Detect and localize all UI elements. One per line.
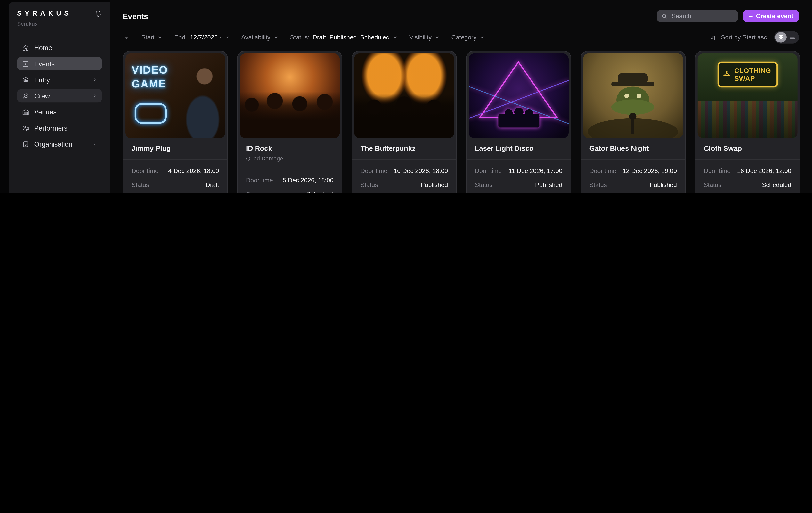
event-card[interactable]: Gator Blues NightDoor time12 Dec 2026, 1…: [580, 51, 686, 194]
sidebar-item-label: Organisation: [34, 140, 87, 148]
detail-row: Door time10 Dec 2026, 18:00: [360, 167, 448, 175]
detail-value: Published: [420, 181, 448, 189]
detail-label: Status: [475, 181, 492, 189]
filter-status[interactable]: Status: Draft, Published, Scheduled: [290, 34, 398, 41]
venues-icon: [22, 108, 29, 116]
event-subtitle: Quad Damage: [246, 155, 334, 162]
app-logo: SYRAKUS: [17, 9, 72, 17]
sidebar-item-events[interactable]: Events: [17, 57, 102, 70]
comedian-silhouette: [170, 65, 225, 138]
sidebar-item-label: Performers: [34, 124, 97, 132]
detail-label: Status: [360, 181, 378, 189]
app-root: SYRAKUS Syrakus HomeEventsEntryCrewVenue…: [0, 0, 812, 194]
entry-icon: [22, 76, 29, 84]
event-image: [469, 53, 569, 138]
home-icon: [22, 44, 29, 52]
chevron-down-icon: [480, 35, 485, 40]
event-title: Gator Blues Night: [589, 144, 677, 152]
filter-lines-icon[interactable]: [123, 34, 130, 41]
detail-row: StatusPublished: [246, 191, 334, 194]
search-icon: [661, 13, 667, 19]
event-title: Jimmy Plug: [132, 144, 219, 152]
filter-status-label: Status:: [290, 34, 309, 41]
plus-icon: +: [749, 12, 753, 20]
sidebar-item-performers[interactable]: Performers: [17, 121, 102, 135]
detail-row: Door time4 Dec 2026, 18:00: [132, 167, 219, 175]
event-card[interactable]: The ButterpunkzDoor time10 Dec 2026, 18:…: [352, 51, 457, 194]
event-title: Cloth Swap: [704, 144, 791, 152]
filter-visibility-label: Visibility: [409, 34, 432, 41]
detail-value: Draft: [206, 181, 219, 189]
chevron-down-icon: [157, 35, 163, 40]
sidebar-item-home[interactable]: Home: [17, 41, 102, 54]
sidebar-item-venues[interactable]: Venues: [17, 105, 102, 119]
chevron-down-icon: [393, 35, 398, 40]
filter-end-value: 12/7/2025 -: [190, 34, 222, 41]
neon-sign-text: VIDEOGAME: [132, 63, 168, 91]
filter-category[interactable]: Category: [451, 34, 485, 41]
calendar-star-icon: [22, 60, 29, 67]
detail-value: 16 Dec 2026, 12:00: [737, 167, 791, 175]
filter-bar: Start End: 12/7/2025 - Availability Stat…: [123, 31, 799, 44]
detail-label: Status: [589, 181, 607, 189]
sort-button[interactable]: Sort by Start asc: [710, 34, 767, 41]
sidebar-item-entry[interactable]: Entry: [17, 73, 102, 86]
grid-view-icon[interactable]: [775, 32, 787, 42]
gator-musician-graphic: [583, 53, 683, 138]
event-image: [583, 53, 683, 138]
detail-label: Door time: [704, 167, 731, 175]
event-card[interactable]: CLOTHINGSWAPCloth SwapDoor time16 Dec 20…: [695, 51, 800, 194]
sort-arrows-icon: [710, 34, 717, 40]
event-image: [354, 53, 454, 138]
clothing-swap-sign: CLOTHINGSWAP: [717, 62, 778, 88]
sidebar-item-label: Venues: [34, 108, 97, 116]
create-event-button[interactable]: + Create event: [743, 10, 799, 22]
detail-row: StatusPublished: [475, 181, 562, 189]
page-title: Events: [123, 12, 148, 21]
laser-triangle-graphic: [469, 53, 569, 138]
event-title: Laser Light Disco: [475, 144, 562, 152]
detail-value: 5 Dec 2026, 18:00: [283, 177, 334, 184]
search-field[interactable]: [670, 12, 733, 20]
filter-visibility[interactable]: Visibility: [409, 34, 440, 41]
sidebar-nav: HomeEventsEntryCrewVenuesPerformersOrgan…: [17, 41, 102, 153]
event-image: VIDEOGAME: [125, 53, 225, 138]
event-image: CLOTHINGSWAP: [698, 53, 798, 138]
filter-start-label: Start: [141, 34, 154, 41]
hanger-icon: [722, 70, 731, 79]
detail-value: Published: [649, 181, 677, 189]
detail-label: Status: [704, 181, 721, 189]
detail-label: Door time: [246, 177, 273, 184]
notifications-bell-icon[interactable]: [94, 9, 102, 17]
filter-start[interactable]: Start: [141, 34, 163, 41]
view-toggle[interactable]: [774, 31, 799, 44]
event-title: The Butterpunkz: [360, 144, 448, 152]
detail-row: StatusPublished: [360, 181, 448, 189]
detail-label: Door time: [360, 167, 387, 175]
event-image: [240, 53, 340, 138]
sidebar-item-organisation[interactable]: Organisation: [17, 137, 102, 151]
org-name: Syrakus: [17, 21, 102, 27]
detail-value: Published: [535, 181, 562, 189]
event-card[interactable]: Laser Light DiscoDoor time11 Dec 2026, 1…: [466, 51, 571, 194]
detail-value: 12 Dec 2026, 19:00: [623, 167, 677, 175]
sidebar-item-crew[interactable]: Crew: [17, 89, 102, 103]
chevron-right-icon: [92, 93, 97, 98]
event-card[interactable]: VIDEOGAMEJimmy PlugDoor time4 Dec 2026, …: [123, 51, 228, 194]
chevron-down-icon: [435, 35, 440, 40]
detail-value: 11 Dec 2026, 17:00: [509, 167, 562, 175]
event-card[interactable]: ID RockQuad DamageDoor time5 Dec 2026, 1…: [237, 51, 342, 194]
filter-category-label: Category: [451, 34, 476, 41]
detail-value: 10 Dec 2026, 18:00: [394, 167, 448, 175]
sidebar-item-label: Events: [34, 60, 97, 67]
detail-row: Door time11 Dec 2026, 17:00: [475, 167, 562, 175]
detail-value: Scheduled: [762, 181, 791, 189]
chevron-right-icon: [92, 141, 97, 147]
list-view-icon[interactable]: [787, 32, 798, 42]
detail-row: Door time12 Dec 2026, 19:00: [589, 167, 677, 175]
filter-end[interactable]: End: 12/7/2025 -: [174, 34, 230, 41]
chevron-right-icon: [92, 77, 97, 82]
filter-availability[interactable]: Availability: [241, 34, 279, 41]
search-input[interactable]: [657, 10, 738, 22]
detail-value: 4 Dec 2026, 18:00: [168, 167, 219, 175]
